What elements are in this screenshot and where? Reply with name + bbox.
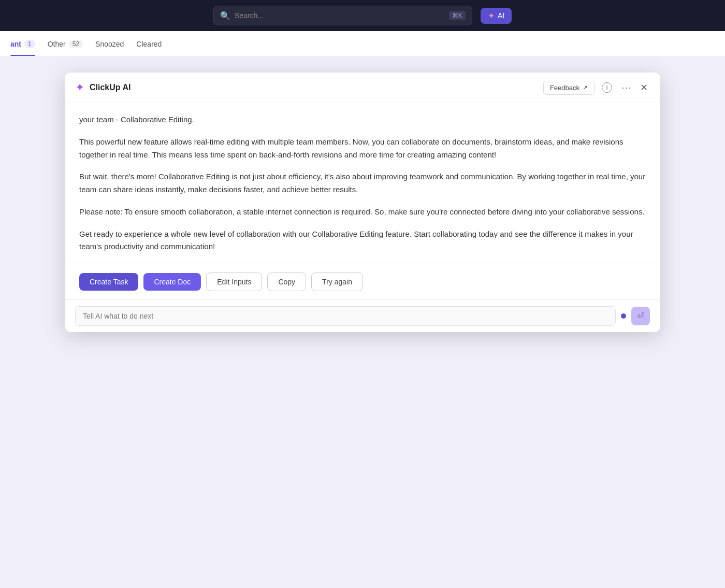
- tab-other-label: Other: [48, 40, 66, 48]
- copy-button[interactable]: Copy: [267, 273, 306, 291]
- top-bar: 🔍 Search... ⌘K ✦ AI: [0, 0, 725, 31]
- more-icon: ⋯: [621, 82, 631, 93]
- close-button[interactable]: ✕: [638, 80, 650, 95]
- tab-snoozed[interactable]: Snoozed: [95, 33, 124, 55]
- try-again-label: Try again: [322, 278, 352, 286]
- ai-button[interactable]: ✦ AI: [481, 8, 512, 24]
- tab-snoozed-label: Snoozed: [95, 40, 124, 48]
- tab-cleared[interactable]: Cleared: [136, 33, 162, 55]
- send-icon: ⏎: [637, 310, 645, 322]
- content-paragraph-2: But wait, there's more! Collaborative Ed…: [79, 170, 646, 196]
- search-icon: 🔍: [220, 11, 230, 21]
- content-paragraph-1: This powerful new feature allows real-ti…: [79, 136, 646, 162]
- panel-header: ✦ ClickUp AI Feedback ↗ i ⋯ ✕: [65, 73, 660, 103]
- ai-input[interactable]: [75, 306, 616, 326]
- search-shortcut: ⌘K: [449, 11, 466, 20]
- create-task-button[interactable]: Create Task: [79, 273, 138, 291]
- feedback-button[interactable]: Feedback ↗: [543, 81, 594, 95]
- try-again-button[interactable]: Try again: [311, 273, 363, 291]
- tab-cleared-label: Cleared: [136, 40, 162, 48]
- tab-important-label: ant: [10, 40, 21, 48]
- panel-input-area: ⏎: [65, 299, 660, 332]
- panel-body: your team - Collaborative Editing. This …: [65, 103, 660, 264]
- tabs-row: ant 1 Other 52 Snoozed Cleared: [0, 31, 725, 57]
- panel-header-actions: Feedback ↗ i ⋯ ✕: [543, 80, 650, 95]
- content-paragraph-4: Get ready to experience a whole new leve…: [79, 228, 646, 254]
- ai-button-label: AI: [498, 11, 504, 20]
- feedback-label: Feedback: [550, 84, 579, 92]
- tab-other[interactable]: Other 52: [48, 33, 83, 55]
- ai-panel: ✦ ClickUp AI Feedback ↗ i ⋯ ✕: [65, 73, 660, 332]
- create-doc-label: Create Doc: [154, 278, 191, 286]
- shortcut-symbol: ⌘K: [452, 12, 462, 19]
- ai-sparkle-logo: ✦: [75, 81, 84, 94]
- create-task-label: Create Task: [90, 278, 128, 286]
- search-placeholder: Search...: [235, 11, 264, 20]
- content-area: ✦ ClickUp AI Feedback ↗ i ⋯ ✕: [0, 57, 725, 588]
- external-link-icon: ↗: [583, 84, 588, 91]
- panel-title-wrap: ✦ ClickUp AI: [75, 81, 543, 94]
- close-icon: ✕: [640, 82, 648, 93]
- content-paragraph-3: Please note: To ensure smooth collaborat…: [79, 206, 646, 219]
- ai-sparkle-icon: ✦: [488, 11, 495, 21]
- copy-label: Copy: [278, 278, 295, 286]
- content-paragraph-0: your team - Collaborative Editing.: [79, 113, 646, 126]
- panel-actions-row: Create Task Create Doc Edit Inputs Copy …: [65, 264, 660, 299]
- tab-other-badge: 52: [69, 40, 83, 48]
- info-icon: i: [602, 82, 612, 93]
- create-doc-button[interactable]: Create Doc: [143, 273, 201, 291]
- more-button[interactable]: ⋯: [619, 80, 633, 95]
- edit-inputs-button[interactable]: Edit Inputs: [206, 273, 262, 291]
- search-bar[interactable]: 🔍 Search... ⌘K: [213, 6, 472, 25]
- input-status-dot: [621, 313, 626, 319]
- edit-inputs-label: Edit Inputs: [217, 278, 251, 286]
- info-button[interactable]: i: [600, 80, 614, 95]
- panel-title: ClickUp AI: [90, 83, 130, 92]
- tab-important[interactable]: ant 1: [10, 33, 35, 55]
- tab-important-badge: 1: [24, 40, 35, 48]
- send-button[interactable]: ⏎: [631, 307, 650, 325]
